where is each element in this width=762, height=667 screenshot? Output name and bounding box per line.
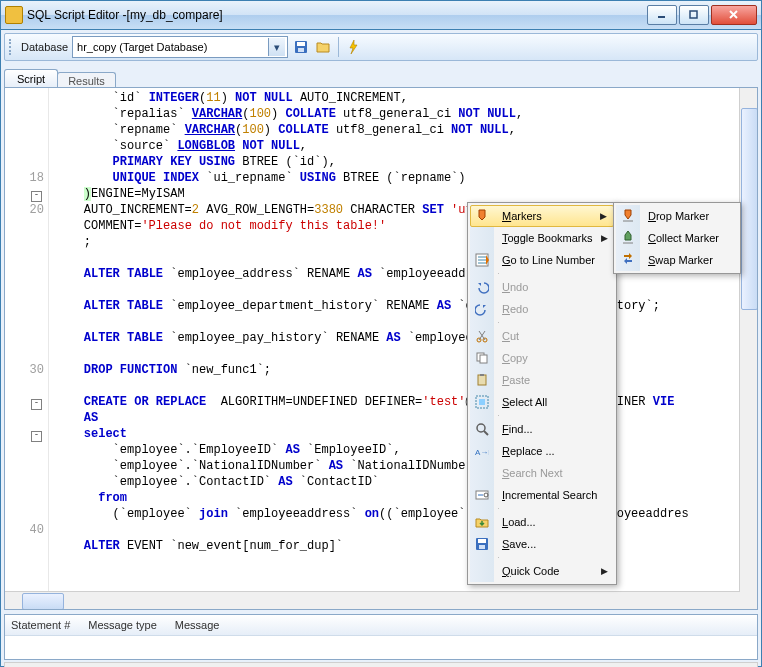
code-line[interactable]: `employee`.`NationalIDNumber` AS `Nation…: [55, 458, 740, 474]
bottom-scrollbar[interactable]: [4, 662, 758, 667]
code-line[interactable]: PRIMARY KEY USING BTREE (`id`),: [55, 154, 740, 170]
line-number: [5, 138, 44, 154]
menu-item-label: Toggle Bookmarks: [502, 232, 593, 244]
code-editor[interactable]: 18-2030--40 `id` INTEGER(11) NOT NULL AU…: [4, 87, 758, 610]
code-line[interactable]: `id` INTEGER(11) NOT NULL AUTO_INCREMENT…: [55, 90, 740, 106]
toolbar-grip[interactable]: [9, 39, 15, 55]
code-line[interactable]: `repname` VARCHAR(100) COLLATE utf8_gene…: [55, 122, 740, 138]
title-bar: SQL Script Editor -[my_db_compare]: [0, 0, 762, 30]
menu-item-label: Replace ...: [502, 445, 555, 457]
fold-toggle[interactable]: -: [31, 399, 42, 410]
submenu-arrow-icon: ▶: [601, 566, 608, 576]
vertical-scrollbar[interactable]: [739, 88, 757, 592]
window-title: SQL Script Editor -[my_db_compare]: [27, 8, 647, 22]
blank-icon: [474, 563, 490, 579]
svg-rect-29: [479, 545, 485, 549]
code-line[interactable]: from: [55, 490, 740, 506]
code-line[interactable]: [55, 378, 740, 394]
code-content[interactable]: `id` INTEGER(11) NOT NULL AUTO_INCREMENT…: [49, 88, 740, 592]
line-number: [5, 218, 44, 234]
code-line[interactable]: ALTER TABLE `employee_pay_history` RENAM…: [55, 330, 740, 346]
menu-item-label: Find...: [502, 423, 533, 435]
menu-item-save[interactable]: Save...: [470, 533, 614, 555]
menu-item-drop-marker[interactable]: Drop Marker: [616, 205, 738, 227]
line-number: [5, 538, 44, 554]
menu-separator: [498, 415, 499, 416]
code-line[interactable]: (`employee` join `employeeaddress` on((`…: [55, 506, 740, 522]
collect-marker-icon: [620, 230, 636, 246]
menu-item-copy: Copy: [470, 347, 614, 369]
menu-item-markers[interactable]: Markers▶: [470, 205, 614, 227]
minimize-button[interactable]: [647, 5, 677, 25]
menu-item-toggle-bookmarks[interactable]: Toggle Bookmarks▶: [470, 227, 614, 249]
copy-icon: [474, 350, 490, 366]
menu-item-label: Redo: [502, 303, 528, 315]
close-button[interactable]: [711, 5, 757, 25]
menu-item-go-to-line-number[interactable]: Go to Line Number: [470, 249, 614, 271]
menu-item-load[interactable]: Load...: [470, 511, 614, 533]
menu-item-replace[interactable]: A→BReplace ...: [470, 440, 614, 462]
code-line[interactable]: UNIQUE INDEX `ui_repname` USING BTREE (`…: [55, 170, 740, 186]
svg-rect-16: [480, 355, 487, 363]
line-number: [5, 154, 44, 170]
menu-item-incremental-search[interactable]: Incremental Search: [470, 484, 614, 506]
fold-toggle[interactable]: -: [31, 191, 42, 202]
svg-rect-18: [480, 374, 484, 376]
app-icon: [5, 6, 23, 24]
code-line[interactable]: `employee`.`ContactID` AS `ContactID`: [55, 474, 740, 490]
code-line[interactable]: AS: [55, 410, 740, 426]
line-number: [5, 314, 44, 330]
code-line[interactable]: ALTER EVENT `new_event[num_for_dup]`: [55, 538, 740, 554]
menu-item-label: Paste: [502, 374, 530, 386]
markers-submenu[interactable]: Drop MarkerCollect MarkerSwap Marker: [613, 202, 741, 274]
code-line[interactable]: [55, 554, 740, 570]
col-message-type: Message type: [88, 619, 156, 631]
maximize-button[interactable]: [679, 5, 709, 25]
database-combo[interactable]: hr_copy (Target Database) ▾: [72, 36, 288, 58]
menu-item-label: Collect Marker: [648, 232, 719, 244]
svg-rect-28: [478, 539, 486, 543]
svg-rect-1: [690, 11, 697, 18]
execute-button[interactable]: [345, 38, 363, 56]
code-line[interactable]: [55, 522, 740, 538]
menu-item-label: Go to Line Number: [502, 254, 595, 266]
code-line[interactable]: ALTER TABLE `employee_department_history…: [55, 298, 740, 314]
go-to-line-icon: [474, 252, 490, 268]
save-button[interactable]: [292, 38, 310, 56]
line-number: 18: [5, 170, 44, 186]
code-line[interactable]: [55, 282, 740, 298]
tab-script[interactable]: Script: [4, 69, 58, 88]
svg-point-21: [477, 424, 485, 432]
drop-marker-icon: [620, 208, 636, 224]
menu-item-collect-marker[interactable]: Collect Marker: [616, 227, 738, 249]
horizontal-scrollbar[interactable]: [5, 591, 740, 609]
chevron-down-icon[interactable]: ▾: [268, 38, 285, 56]
code-line[interactable]: select: [55, 426, 740, 442]
line-number: [5, 106, 44, 122]
context-menu[interactable]: Markers▶Toggle Bookmarks▶Go to Line Numb…: [467, 202, 617, 585]
line-number: 20: [5, 202, 44, 218]
code-line[interactable]: DROP FUNCTION `new_func1`;: [55, 362, 740, 378]
line-number: 30: [5, 362, 44, 378]
menu-item-find[interactable]: Find...: [470, 418, 614, 440]
code-line[interactable]: CREATE OR REPLACE ALGORITHM=UNDEFINED DE…: [55, 394, 740, 410]
fold-toggle[interactable]: -: [31, 431, 42, 442]
blank-icon: [474, 230, 490, 246]
menu-item-quick-code[interactable]: Quick Code▶: [470, 560, 614, 582]
menu-item-swap-marker[interactable]: Swap Marker: [616, 249, 738, 271]
svg-rect-17: [478, 375, 486, 385]
menu-item-select-all[interactable]: Select All: [470, 391, 614, 413]
line-number: [5, 122, 44, 138]
database-label: Database: [21, 41, 68, 53]
line-number: [5, 346, 44, 362]
code-line[interactable]: [55, 314, 740, 330]
code-line[interactable]: `employee`.`EmployeeID` AS `EmployeeID`,: [55, 442, 740, 458]
replace-icon: A→B: [474, 443, 490, 459]
code-line[interactable]: )ENGINE=MyISAM: [55, 186, 740, 202]
code-line[interactable]: `source` LONGBLOB NOT NULL,: [55, 138, 740, 154]
open-button[interactable]: [314, 38, 332, 56]
line-number: [5, 490, 44, 506]
paste-icon: [474, 372, 490, 388]
code-line[interactable]: [55, 346, 740, 362]
code-line[interactable]: `repalias` VARCHAR(100) COLLATE utf8_gen…: [55, 106, 740, 122]
